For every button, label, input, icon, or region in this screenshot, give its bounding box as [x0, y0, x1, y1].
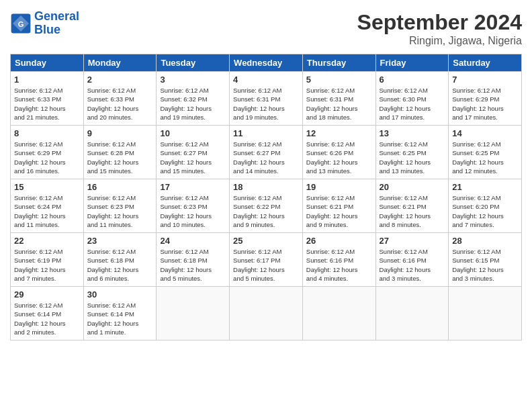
calendar-week-1: 1 Sunrise: 6:12 AM Sunset: 6:33 PM Dayli…: [11, 72, 522, 126]
table-row: 2 Sunrise: 6:12 AM Sunset: 6:33 PM Dayli…: [83, 72, 157, 126]
table-row: [449, 287, 522, 340]
daylight-label: Daylight: 12 hours: [380, 105, 431, 112]
daylight-minutes: and 17 minutes.: [452, 113, 498, 121]
daylight-label: Daylight: 12 hours: [233, 158, 285, 166]
cell-content: Sunrise: 6:12 AM Sunset: 6:29 PM Dayligh…: [14, 140, 80, 175]
day-number: 1: [14, 75, 80, 85]
page: G GeneralBlue September 2024 Ringim, Jig…: [0, 0, 532, 411]
table-row: [157, 287, 230, 340]
daylight-minutes: and 8 minutes.: [380, 221, 421, 228]
sunset-label: Sunset: 6:28 PM: [87, 149, 134, 156]
day-number: 15: [14, 182, 80, 192]
daylight-label: Daylight: 12 hours: [233, 105, 285, 112]
col-friday: Friday: [375, 54, 449, 72]
col-monday: Monday: [83, 54, 157, 72]
day-number: 26: [306, 236, 372, 246]
daylight-minutes: and 12 minutes.: [452, 167, 498, 175]
sunset-label: Sunset: 6:30 PM: [380, 95, 427, 103]
daylight-label: Daylight: 12 hours: [452, 105, 504, 112]
sunrise-label: Sunrise: 6:12 AM: [306, 248, 355, 255]
table-row: 3 Sunrise: 6:12 AM Sunset: 6:32 PM Dayli…: [157, 72, 230, 126]
table-row: 27 Sunrise: 6:12 AM Sunset: 6:16 PM Dayl…: [375, 233, 449, 287]
table-row: 11 Sunrise: 6:12 AM Sunset: 6:27 PM Dayl…: [230, 126, 303, 179]
table-row: [230, 287, 303, 340]
daylight-label: Daylight: 12 hours: [380, 158, 431, 166]
daylight-label: Daylight: 12 hours: [87, 212, 139, 220]
day-number: 28: [452, 236, 518, 246]
sunset-label: Sunset: 6:32 PM: [160, 95, 207, 103]
sunset-label: Sunset: 6:25 PM: [380, 149, 427, 156]
table-row: [375, 287, 449, 340]
sunset-label: Sunset: 6:31 PM: [306, 95, 353, 103]
table-row: 15 Sunrise: 6:12 AM Sunset: 6:24 PM Dayl…: [11, 179, 84, 233]
cell-content: Sunrise: 6:12 AM Sunset: 6:16 PM Dayligh…: [306, 247, 372, 283]
daylight-label: Daylight: 12 hours: [14, 320, 66, 327]
daylight-label: Daylight: 12 hours: [452, 266, 504, 273]
daylight-label: Daylight: 12 hours: [452, 158, 504, 166]
day-number: 18: [233, 182, 299, 192]
daylight-minutes: and 7 minutes.: [452, 221, 494, 228]
col-thursday: Thursday: [302, 54, 375, 72]
daylight-label: Daylight: 12 hours: [306, 158, 358, 166]
sunset-label: Sunset: 6:18 PM: [160, 257, 207, 264]
sunrise-label: Sunrise: 6:12 AM: [306, 87, 355, 94]
sunset-label: Sunset: 6:25 PM: [452, 149, 499, 156]
sunset-label: Sunset: 6:33 PM: [87, 95, 134, 103]
sunset-label: Sunset: 6:31 PM: [233, 95, 280, 103]
cell-content: Sunrise: 6:12 AM Sunset: 6:31 PM Dayligh…: [306, 86, 372, 122]
day-number: 11: [233, 128, 299, 138]
daylight-minutes: and 18 minutes.: [306, 113, 352, 121]
day-number: 17: [160, 182, 226, 192]
cell-content: Sunrise: 6:12 AM Sunset: 6:29 PM Dayligh…: [452, 86, 518, 122]
daylight-label: Daylight: 12 hours: [87, 158, 139, 166]
daylight-minutes: and 21 minutes.: [14, 113, 60, 121]
sunrise-label: Sunrise: 6:12 AM: [14, 194, 62, 201]
daylight-label: Daylight: 12 hours: [380, 266, 431, 273]
sunset-label: Sunset: 6:23 PM: [87, 203, 134, 210]
daylight-minutes: and 5 minutes.: [233, 275, 275, 282]
daylight-minutes: and 15 minutes.: [160, 167, 206, 175]
table-row: 13 Sunrise: 6:12 AM Sunset: 6:25 PM Dayl…: [375, 126, 449, 179]
sunset-label: Sunset: 6:16 PM: [306, 257, 353, 264]
sunrise-label: Sunrise: 6:12 AM: [87, 140, 136, 148]
table-row: 5 Sunrise: 6:12 AM Sunset: 6:31 PM Dayli…: [302, 72, 375, 126]
daylight-minutes: and 3 minutes.: [380, 275, 421, 282]
daylight-minutes: and 11 minutes.: [14, 221, 60, 228]
table-row: 28 Sunrise: 6:12 AM Sunset: 6:15 PM Dayl…: [449, 233, 522, 287]
day-number: 9: [87, 128, 153, 138]
daylight-label: Daylight: 12 hours: [306, 105, 358, 112]
col-sunday: Sunday: [11, 54, 84, 72]
daylight-label: Daylight: 12 hours: [306, 212, 358, 220]
daylight-minutes: and 19 minutes.: [160, 113, 206, 121]
sunset-label: Sunset: 6:21 PM: [380, 203, 427, 210]
day-number: 12: [306, 128, 372, 138]
table-row: 17 Sunrise: 6:12 AM Sunset: 6:23 PM Dayl…: [157, 179, 230, 233]
sunrise-label: Sunrise: 6:12 AM: [160, 87, 208, 94]
daylight-minutes: and 15 minutes.: [87, 167, 133, 175]
daylight-minutes: and 17 minutes.: [380, 113, 425, 121]
sunset-label: Sunset: 6:29 PM: [452, 95, 499, 103]
cell-content: Sunrise: 6:12 AM Sunset: 6:14 PM Dayligh…: [14, 301, 80, 336]
sunrise-label: Sunrise: 6:12 AM: [233, 194, 281, 201]
day-number: 23: [87, 236, 153, 246]
sunset-label: Sunset: 6:15 PM: [452, 257, 499, 264]
sunrise-label: Sunrise: 6:12 AM: [233, 248, 281, 255]
sunset-label: Sunset: 6:14 PM: [14, 310, 61, 318]
daylight-label: Daylight: 12 hours: [452, 212, 504, 220]
daylight-minutes: and 14 minutes.: [233, 167, 279, 175]
sunrise-label: Sunrise: 6:12 AM: [452, 140, 500, 148]
calendar-week-4: 22 Sunrise: 6:12 AM Sunset: 6:19 PM Dayl…: [11, 233, 522, 287]
cell-content: Sunrise: 6:12 AM Sunset: 6:27 PM Dayligh…: [233, 140, 299, 175]
daylight-minutes: and 3 minutes.: [452, 275, 494, 282]
logo-text: GeneralBlue: [34, 10, 79, 37]
sunrise-label: Sunrise: 6:12 AM: [452, 248, 500, 255]
day-number: 5: [306, 75, 372, 85]
day-number: 30: [87, 289, 153, 300]
sunrise-label: Sunrise: 6:12 AM: [160, 248, 208, 255]
sunset-label: Sunset: 6:23 PM: [160, 203, 207, 210]
table-row: 12 Sunrise: 6:12 AM Sunset: 6:26 PM Dayl…: [302, 126, 375, 179]
calendar-table: Sunday Monday Tuesday Wednesday Thursday…: [10, 54, 522, 340]
sunset-label: Sunset: 6:27 PM: [160, 149, 207, 156]
month-title: September 2024: [357, 10, 522, 35]
sunset-label: Sunset: 6:19 PM: [14, 257, 61, 264]
